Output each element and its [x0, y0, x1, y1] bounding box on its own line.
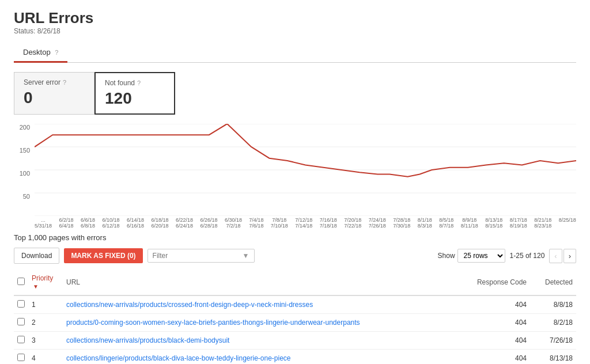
row-priority: 1: [28, 295, 63, 314]
server-error-help-icon[interactable]: ?: [63, 79, 66, 86]
row-checkbox[interactable]: [17, 318, 25, 325]
page-status: Status: 8/26/18: [14, 27, 576, 35]
row-url[interactable]: collections/lingerie/products/black-diva…: [63, 350, 461, 365]
rows-select[interactable]: 25 rows 10 rows 50 rows 100 rows: [457, 249, 505, 263]
row-response-code: 404: [461, 295, 530, 314]
metrics-row: Server error ? 0 Not found ? 120: [14, 72, 576, 115]
row-priority: 4: [28, 350, 63, 365]
prev-page-button[interactable]: ‹: [549, 249, 562, 263]
mark-as-fixed-button[interactable]: MARK AS FIXED (0): [64, 248, 142, 263]
table-row: 2 products/0-coming-soon-women-sexy-lace…: [14, 314, 576, 332]
tab-help-icon[interactable]: ?: [55, 49, 58, 56]
row-priority: 3: [28, 332, 63, 350]
next-page-button[interactable]: ›: [563, 249, 576, 263]
row-detected: 8/13/18: [530, 350, 576, 365]
server-error-value: 0: [24, 89, 85, 107]
tab-desktop[interactable]: Desktop ?: [14, 43, 67, 63]
toolbar: Download MARK AS FIXED (0) ▼ Show 25 row…: [14, 248, 576, 264]
th-check: [14, 270, 28, 295]
row-detected: 8/8/18: [530, 295, 576, 314]
metric-not-found[interactable]: Not found ? 120: [94, 72, 175, 115]
th-response-code: Response Code: [461, 270, 530, 295]
chart-area: 200 150 100 50 ...5/31/18 6/2/186/4/18: [14, 124, 576, 229]
chart-svg: [35, 124, 576, 216]
row-detected: 7/26/18: [530, 332, 576, 350]
row-checkbox-cell: [14, 350, 28, 365]
row-checkbox[interactable]: [17, 300, 25, 308]
th-detected: Detected: [530, 270, 576, 295]
chart-x-labels: ...5/31/18 6/2/186/4/18 6/6/186/8/18 6/1…: [35, 217, 576, 229]
table-row: 3 collections/new-arrivals/products/blac…: [14, 332, 576, 350]
page-title: URL Errors: [14, 9, 576, 27]
not-found-help-icon[interactable]: ?: [137, 79, 141, 86]
row-url[interactable]: collections/new-arrivals/products/crosse…: [63, 295, 461, 314]
table-row: 1 collections/new-arrivals/products/cros…: [14, 295, 576, 314]
row-response-code: 404: [461, 332, 530, 350]
table-row: 4 collections/lingerie/products/black-di…: [14, 350, 576, 365]
row-url[interactable]: products/0-coming-soon-women-sexy-lace-b…: [63, 314, 461, 332]
row-checkbox[interactable]: [17, 336, 25, 343]
row-checkbox-cell: [14, 332, 28, 350]
row-url[interactable]: collections/new-arrivals/products/black-…: [63, 332, 461, 350]
metric-server-error[interactable]: Server error ? 0: [14, 72, 94, 115]
section-title: Top 1,000 pages with errors: [14, 233, 576, 242]
filter-input[interactable]: [153, 252, 239, 260]
tabs-bar: Desktop ?: [14, 43, 576, 63]
th-priority[interactable]: Priority ▼: [28, 270, 63, 295]
select-all-checkbox[interactable]: [17, 278, 25, 285]
page-info: 1-25 of 120: [510, 252, 545, 260]
th-url: URL: [63, 270, 461, 295]
row-checkbox-cell: [14, 295, 28, 314]
filter-input-wrap: ▼: [148, 249, 255, 263]
page-nav: ‹ ›: [549, 249, 576, 263]
row-checkbox[interactable]: [17, 354, 25, 361]
chart-y-labels: 200 150 100 50: [14, 124, 32, 216]
chart-container: 200 150 100 50: [14, 124, 576, 216]
not-found-value: 120: [105, 89, 165, 108]
row-response-code: 404: [461, 350, 530, 365]
download-button[interactable]: Download: [14, 248, 59, 264]
row-checkbox-cell: [14, 314, 28, 332]
errors-table: Priority ▼ URL Response Code Detected 1 …: [14, 270, 576, 364]
filter-icon: ▼: [243, 252, 249, 260]
row-priority: 2: [28, 314, 63, 332]
row-response-code: 404: [461, 314, 530, 332]
sort-arrow-icon: ▼: [33, 283, 39, 290]
pagination: Show 25 rows 10 rows 50 rows 100 rows 1-…: [438, 249, 576, 263]
row-detected: 8/2/18: [530, 314, 576, 332]
show-label: Show: [438, 252, 455, 260]
